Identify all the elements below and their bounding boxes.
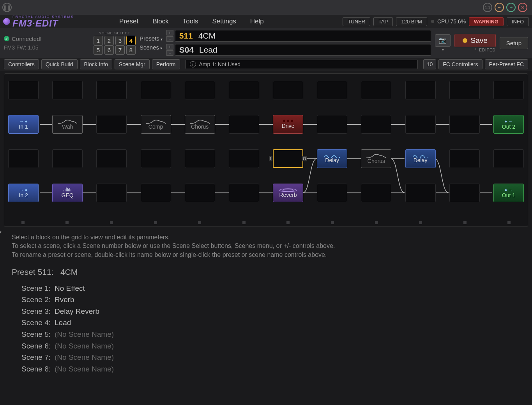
tool-perform[interactable]: Perform <box>152 59 180 69</box>
fc-controllers-button[interactable]: FC Controllers <box>438 59 482 69</box>
grid-cell-empty[interactable] <box>52 149 83 168</box>
maximize-icon[interactable]: ＋ <box>506 3 516 12</box>
column-handle[interactable] <box>463 221 467 224</box>
block-delay[interactable]: Delay <box>317 149 347 168</box>
grid-cell-empty[interactable] <box>449 115 480 134</box>
grid-cell-empty[interactable] <box>493 149 524 168</box>
block-out-2[interactable]: ● →Out 2 <box>493 115 524 134</box>
tuner-button[interactable]: TUNER <box>343 17 370 26</box>
grid-cell-empty[interactable] <box>229 184 259 202</box>
block-chorus[interactable]: Chorus <box>361 149 391 168</box>
grid-cell-empty[interactable] <box>273 81 303 99</box>
grid-cell-empty[interactable] <box>141 149 171 168</box>
block-comp[interactable]: Comp <box>141 115 171 134</box>
grid-cell-empty[interactable] <box>96 149 127 168</box>
one-to-one-icon[interactable]: 1:1 <box>483 3 492 12</box>
grid-cell-empty[interactable] <box>361 184 391 202</box>
scene-list-item[interactable]: Scene 7:(No Scene Name) <box>12 352 520 363</box>
block-in-1[interactable]: → ●In 1 <box>8 115 39 134</box>
bpm-display[interactable]: 120 BPM <box>396 17 427 26</box>
grid-cell-empty[interactable] <box>185 81 215 99</box>
block-reverb[interactable]: Reverb <box>273 184 303 202</box>
grid-cell-empty[interactable] <box>141 81 171 99</box>
column-handle[interactable] <box>110 221 113 224</box>
setup-button[interactable]: Setup <box>500 37 528 49</box>
menu-block[interactable]: Block <box>145 18 176 25</box>
grid-cell-empty[interactable] <box>96 184 127 202</box>
column-handle[interactable] <box>242 221 246 224</box>
block-selected-empty[interactable]: IO <box>273 149 303 168</box>
scene-list-item[interactable]: Scene 4:Lead <box>12 318 520 328</box>
warning-badge[interactable]: WARNING <box>469 17 504 26</box>
collapse-icon[interactable]: ▾ <box>0 229 2 235</box>
scene-button-5[interactable]: 5 <box>94 45 103 55</box>
tool-scene-mgr[interactable]: Scene Mgr <box>115 59 150 69</box>
scenes-dropdown[interactable]: Scenes <box>140 44 163 51</box>
grid-cell-empty[interactable] <box>229 149 259 168</box>
grid-cell-empty[interactable] <box>52 81 83 99</box>
minimize-icon[interactable]: − <box>495 3 504 12</box>
scene-list-item[interactable]: Scene 5:(No Scene Name) <box>12 329 520 340</box>
scene-name-box[interactable]: S04 Lead <box>175 44 431 56</box>
block-delay[interactable]: Delay <box>405 149 436 168</box>
grid-cell-empty[interactable] <box>449 149 480 168</box>
column-handle[interactable] <box>507 221 511 224</box>
menu-help[interactable]: Help <box>243 18 271 25</box>
pause-icon[interactable]: ❚❚ <box>2 3 12 12</box>
scene-button-1[interactable]: 1 <box>94 36 103 45</box>
grid-cell-empty[interactable] <box>405 81 436 99</box>
grid-cell-empty[interactable] <box>361 81 391 99</box>
menu-settings[interactable]: Settings <box>205 18 243 25</box>
grid-cell-empty[interactable] <box>185 184 215 202</box>
block-chorus[interactable]: Chorus <box>185 115 215 134</box>
block-wah[interactable]: Wah <box>52 115 83 134</box>
column-handle[interactable] <box>331 221 334 224</box>
tool-quick-build[interactable]: Quick Build <box>41 59 78 69</box>
grid-cell-empty[interactable] <box>405 184 436 202</box>
scene-inc-button[interactable]: + <box>166 44 173 50</box>
column-handle[interactable] <box>65 221 69 224</box>
block-drive[interactable]: Drive <box>273 115 303 134</box>
grid-cell-empty[interactable] <box>449 184 480 202</box>
grid-cell-empty[interactable] <box>405 115 436 134</box>
grid-cell-empty[interactable] <box>229 115 259 134</box>
preset-name-box[interactable]: 511 4CM <box>175 30 431 42</box>
close-icon[interactable]: ✕ <box>518 3 527 12</box>
grid-cell-empty[interactable] <box>361 115 391 134</box>
scene-list-item[interactable]: Scene 3:Delay Reverb <box>12 306 520 317</box>
grid-cell-empty[interactable] <box>8 149 39 168</box>
grid-cell-empty[interactable] <box>493 81 524 99</box>
grid-cell-empty[interactable] <box>96 115 127 134</box>
scene-button-8[interactable]: 8 <box>126 45 136 55</box>
grid-cell-empty[interactable] <box>8 81 39 99</box>
column-handle[interactable] <box>286 221 290 224</box>
menu-tools[interactable]: Tools <box>176 18 205 25</box>
grid-cell-empty[interactable] <box>229 81 259 99</box>
block-in-2[interactable]: → ●In 2 <box>8 184 39 202</box>
grid-cell-empty[interactable] <box>141 184 171 202</box>
column-handle[interactable] <box>21 221 25 224</box>
grid-cell-empty[interactable] <box>449 81 480 99</box>
scene-button-3[interactable]: 3 <box>115 36 125 45</box>
scene-button-7[interactable]: 7 <box>115 45 125 55</box>
block-geq[interactable]: GEQ <box>52 184 83 202</box>
snapshot-dropdown[interactable]: ▾ <box>442 48 444 52</box>
per-preset-fc-button[interactable]: Per-Preset FC <box>485 59 528 69</box>
tool-block-info[interactable]: Block Info <box>80 59 112 69</box>
column-handle[interactable] <box>154 221 157 224</box>
tool-controllers[interactable]: Controllers <box>4 59 39 69</box>
presets-dropdown[interactable]: Presets <box>140 35 163 42</box>
menu-preset[interactable]: Preset <box>112 18 145 25</box>
grid-cell-empty[interactable] <box>317 81 347 99</box>
preset-display-line[interactable]: Preset 511: 4CM <box>12 266 520 278</box>
preset-inc-button[interactable]: + <box>166 30 173 35</box>
info-button[interactable]: INFO <box>507 17 529 26</box>
scene-dec-button[interactable]: − <box>166 50 173 56</box>
fc-count[interactable]: 10 <box>423 59 437 69</box>
column-handle[interactable] <box>375 221 378 224</box>
scene-list-item[interactable]: Scene 6:(No Scene Name) <box>12 341 520 352</box>
snapshot-button[interactable]: 📷 <box>435 34 451 47</box>
scene-button-6[interactable]: 6 <box>104 45 114 55</box>
scene-list-item[interactable]: Scene 2:Rverb <box>12 295 520 305</box>
grid-cell-empty[interactable] <box>96 81 127 99</box>
